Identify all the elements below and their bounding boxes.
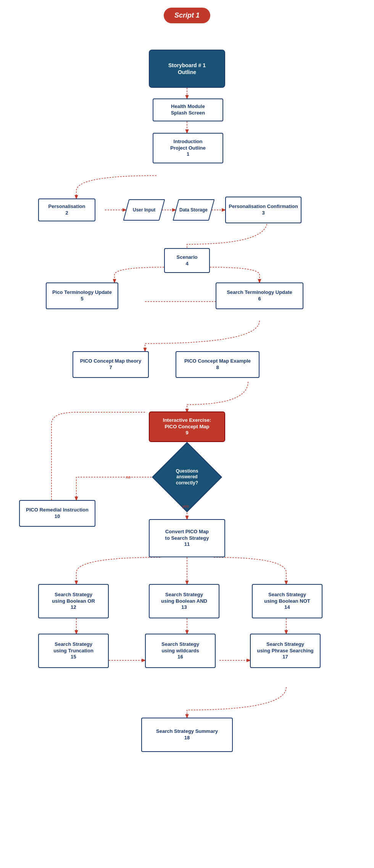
interactive-exercise-node: Interactive Exercise: PICO Concept Map 9 (149, 411, 225, 442)
bool-or-node: Search Strategy using Boolean OR 12 (38, 584, 109, 618)
intro-project-node: Introduction Project Outline 1 (153, 133, 223, 163)
search-terminology-node: Search Terminology Update 6 (216, 282, 303, 309)
health-module-node: Health Module Splash Screen (153, 98, 223, 121)
wildcards-node: Search Strategy using wildcards 16 (145, 634, 216, 668)
user-input-node: User Input (123, 199, 165, 221)
personalisation2-node: Personalisation 2 (38, 198, 95, 221)
bool-not-node: Search Strategy using Boolean NOT 14 (252, 584, 322, 618)
storyboard-node: Storyboard # 1 Outline (149, 50, 225, 88)
pico-remedial-node: PICO Remedial Instruction 10 (19, 500, 95, 527)
pico-concept-example-node: PICO Concept Map Example 8 (176, 351, 260, 378)
decision-diamond-wrapper: Questions answered correctly? (162, 452, 212, 502)
script-badge: Script 1 (164, 8, 210, 23)
data-storage-node: Data Storage (172, 199, 214, 221)
no-label: no (126, 475, 131, 479)
convert-pico-node: Convert PICO Map to Search Strategy 11 (149, 519, 225, 557)
pico-terminology-node: Pico Terminology Update 5 (46, 282, 118, 309)
truncation-node: Search Strategy using Truncation 15 (38, 634, 109, 668)
bool-and-node: Search Strategy using Boolean AND 13 (149, 584, 219, 618)
scenario4-node: Scenario 4 (164, 248, 210, 273)
decision-diamond-text: Questions answered correctly? (162, 452, 212, 502)
flowchart: Script 1 Storyboard # 1 Outline Health M… (0, 0, 374, 868)
personalisation3-node: Personalisation Confirmation 3 (225, 197, 301, 223)
phrase-searching-node: Search Strategy using Phrase Searching 1… (250, 634, 321, 668)
pico-concept-theory-node: PICO Concept Map theory 7 (73, 351, 149, 378)
yes-label: yes (182, 504, 189, 508)
summary18-node: Search Strategy Summary 18 (141, 718, 233, 752)
